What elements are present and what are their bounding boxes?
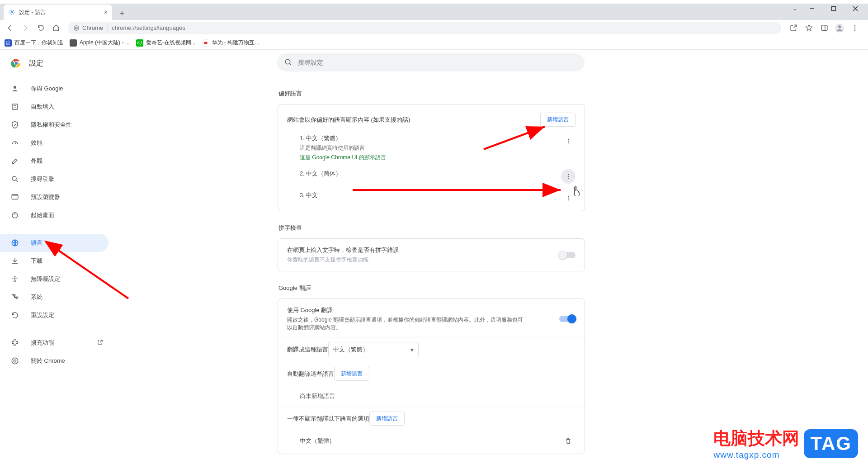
back-button[interactable] — [4, 22, 16, 34]
use-translate-label: 使用 Google 翻譯 — [287, 306, 527, 314]
globe-icon — [11, 239, 20, 247]
chrome-icon — [11, 357, 20, 365]
a11y-icon — [11, 275, 20, 283]
svg-rect-1 — [832, 7, 836, 11]
page-title: 設定 — [29, 59, 43, 68]
favicon: iQ — [136, 39, 143, 47]
svg-line-25 — [16, 180, 18, 182]
never-translate-label: 一律不顯示翻譯以下語言的選項 — [287, 415, 369, 423]
bookmark-item[interactable]: iQ爱奇艺-在线视频网... — [136, 39, 196, 47]
cursor-icon — [573, 186, 582, 197]
site-chip[interactable]: Chrome — [73, 24, 108, 31]
add-language-button[interactable]: 新增語言 — [540, 113, 576, 127]
svg-point-11 — [854, 25, 856, 27]
site-chip-label: Chrome — [82, 24, 103, 31]
svg-point-32 — [12, 358, 18, 364]
never-translate-item: 中文（繁體） — [300, 437, 335, 445]
spellcheck-card: 在網頁上輸入文字時，檢查是否有拼字錯誤 你選取的語言不支援拼字檢查功能 — [278, 238, 585, 271]
svg-line-23 — [15, 142, 16, 145]
svg-point-19 — [14, 86, 16, 89]
power-icon — [11, 211, 20, 219]
tab-settings[interactable]: 設定 - 語言 × — [4, 5, 112, 20]
brush-icon — [11, 157, 20, 165]
sidebar-item-system[interactable]: 系統 — [0, 288, 108, 306]
svg-point-13 — [854, 29, 856, 31]
home-button[interactable] — [50, 22, 62, 34]
forward-button[interactable] — [19, 22, 32, 34]
svg-point-39 — [568, 178, 569, 179]
download-icon — [11, 257, 20, 265]
favicon: 度 — [5, 39, 12, 47]
chrome-icon — [73, 25, 80, 31]
chevron-down-icon[interactable]: ⌄ — [789, 3, 800, 14]
preferred-languages-card: 網站會以你偏好的語言顯示內容 (如果支援的話) 新增語言 1. 中文（繁體） 這… — [278, 104, 585, 211]
sidebar-item-appearance[interactable]: 外觀 — [0, 152, 108, 170]
svg-point-42 — [568, 199, 569, 200]
svg-point-34 — [568, 139, 569, 140]
svg-point-5 — [74, 25, 79, 30]
use-translate-sub: 開啟之後，Google 翻譯會顯示語言選項，並根據你的偏好語言翻譯網站內容。此外… — [287, 316, 527, 332]
language-item: 1. 中文（繁體） 這是翻譯網頁時使用的語言 這是 Google Chrome … — [278, 130, 585, 166]
spellcheck-toggle[interactable] — [559, 252, 576, 258]
section-title-preferred-languages: 偏好語言 — [278, 90, 585, 98]
settings-content: 偏好語言 網站會以你偏好的語言顯示內容 (如果支援的話) 新增語言 1. 中文（… — [278, 84, 585, 467]
use-translate-toggle[interactable] — [559, 316, 576, 322]
svg-point-41 — [568, 198, 569, 199]
sidebar-item-search-engine[interactable]: 搜尋引擎 — [0, 170, 108, 188]
wrench-icon — [11, 293, 20, 301]
svg-point-36 — [568, 142, 569, 143]
translate-into-select[interactable]: 中文（繁體） ▾ — [328, 342, 419, 357]
google-translate-card: 使用 Google 翻譯 開啟之後，Google 翻譯會顯示語言選項，並根據你的… — [278, 298, 585, 454]
sidebar-item-autofill[interactable]: 自動填入 — [0, 98, 108, 116]
close-tab-icon[interactable]: × — [104, 9, 108, 16]
add-auto-language-button[interactable]: 新增語言 — [334, 367, 369, 381]
window-controls: ⌄ — [789, 3, 865, 14]
sidebar-item-privacy[interactable]: 隱私權和安全性 — [0, 116, 108, 134]
external-link-icon — [97, 339, 104, 346]
close-window-button[interactable] — [845, 3, 865, 14]
delete-icon[interactable] — [565, 437, 576, 445]
add-never-language-button[interactable]: 新增語言 — [369, 412, 405, 426]
bookmark-item[interactable]: Apple (中国大陆) - ... — [70, 39, 130, 47]
shield-icon — [11, 121, 20, 129]
sidebar-item-default-browser[interactable]: 預設瀏覽器 — [0, 188, 108, 206]
share-icon[interactable] — [787, 22, 800, 34]
profile-avatar[interactable] — [833, 22, 846, 34]
bookmarks-bar: 度百度一下，你就知道 Apple (中国大陆) - ... iQ爱奇艺-在线视频… — [0, 36, 868, 50]
reload-button[interactable] — [34, 22, 47, 34]
sidebar-item-onstartup[interactable]: 起始畫面 — [0, 206, 108, 224]
tab-strip: 設定 - 語言 × + — [0, 4, 868, 20]
language-item: 3. 中文 — [278, 187, 585, 209]
sidebar-item-download[interactable]: 下載 — [0, 252, 108, 270]
new-tab-button[interactable]: + — [116, 7, 128, 20]
auto-translate-label: 自動翻譯這些語言 — [287, 370, 334, 378]
sidebar-item-reset[interactable]: 重設設定 — [0, 306, 108, 324]
url-text: chrome://settings/languages — [112, 24, 185, 31]
svg-rect-7 — [821, 25, 827, 30]
tab-title: 設定 - 語言 — [19, 9, 46, 16]
sidebar-item-performance[interactable]: 效能 — [0, 134, 108, 152]
sidebar-item-about[interactable]: 關於 Chrome — [0, 352, 108, 370]
favicon — [70, 39, 77, 47]
sidebar-item-language[interactable]: 語言 — [0, 234, 108, 252]
bookmark-item[interactable]: 度百度一下，你就知道 — [5, 39, 63, 47]
autofill-icon — [11, 103, 20, 111]
puzzle-icon — [11, 339, 20, 347]
sidebar-item-accessibility[interactable]: 無障礙設定 — [0, 270, 108, 288]
svg-point-10 — [838, 25, 841, 28]
favicon — [202, 39, 209, 47]
section-title-spellcheck: 拼字檢查 — [278, 224, 585, 232]
kebab-menu-icon[interactable] — [848, 22, 862, 34]
address-bar[interactable]: Chrome chrome://settings/languages — [68, 22, 781, 34]
sidebar-item-extensions[interactable]: 擴充功能 — [0, 334, 108, 352]
language-kebab-menu[interactable] — [561, 134, 576, 148]
maximize-button[interactable] — [824, 3, 844, 14]
language-kebab-menu[interactable] — [561, 169, 576, 184]
side-panel-icon[interactable] — [817, 22, 831, 34]
minimize-button[interactable] — [802, 3, 822, 14]
bookmark-star-icon[interactable] — [802, 22, 816, 34]
bookmark-item[interactable]: 华为 - 构建万物互... — [202, 39, 259, 47]
spellcheck-label: 在網頁上輸入文字時，檢查是否有拼字錯誤 — [287, 246, 399, 254]
section-title-google-translate: Google 翻譯 — [278, 284, 585, 292]
sidebar-item-you-and-google[interactable]: 你與 Google — [0, 80, 108, 98]
